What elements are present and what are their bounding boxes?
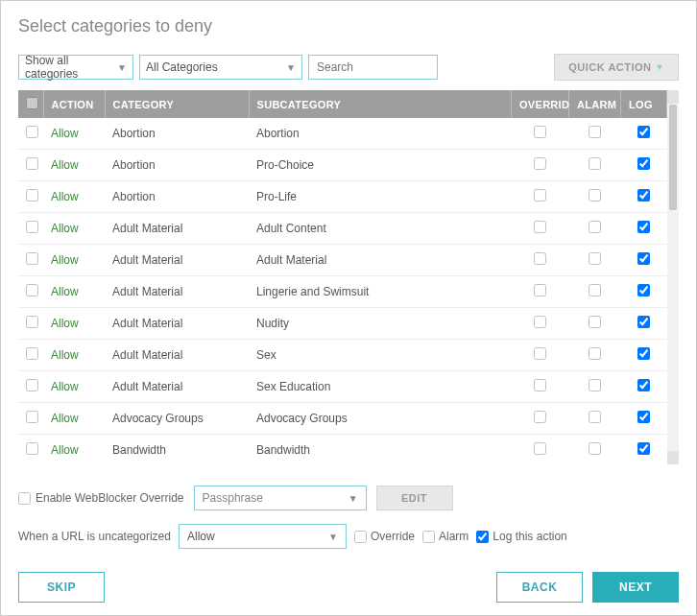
row-override-checkbox[interactable] [534,284,546,296]
uncat-override-label[interactable]: Override [354,530,415,543]
table-scroll[interactable]: ACTION CATEGORY SUBCATEGORY OVERRID ALAR… [18,90,667,464]
search-input[interactable] [308,55,438,80]
edit-button[interactable]: EDIT [376,486,453,510]
col-category: CATEGORY [105,90,249,118]
row-alarm-checkbox[interactable] [589,316,601,328]
row-override-checkbox[interactable] [534,442,546,455]
quick-action-button[interactable]: QUICK ACTION ▼ [554,54,679,81]
uncat-alarm-checkbox[interactable] [422,531,435,543]
uncat-override-checkbox[interactable] [354,531,367,543]
row-override-checkbox[interactable] [534,221,546,233]
row-override-checkbox[interactable] [534,411,546,423]
row-log-checkbox[interactable] [637,157,650,170]
row-alarm-checkbox[interactable] [589,411,601,423]
uncat-action-select[interactable]: Allow ▼ [179,524,347,549]
select-all-checkbox[interactable] [26,97,38,109]
row-select-checkbox[interactable] [26,347,38,360]
override-type-select[interactable]: Passphrase ▼ [194,486,367,510]
chevron-down-icon: ▼ [348,493,358,504]
row-action[interactable]: Allow [43,213,105,245]
row-log-checkbox[interactable] [637,347,650,360]
row-log-checkbox[interactable] [637,411,650,423]
uncat-log-checkbox[interactable] [476,531,489,543]
row-alarm-checkbox[interactable] [589,284,601,296]
row-alarm-checkbox[interactable] [589,442,601,455]
row-alarm-checkbox[interactable] [589,221,601,233]
row-alarm-checkbox[interactable] [589,126,601,138]
row-action[interactable]: Allow [43,403,105,435]
back-button[interactable]: BACK [496,572,583,603]
row-override-checkbox[interactable] [534,252,546,265]
row-override-checkbox[interactable] [534,316,546,328]
row-override-checkbox[interactable] [534,189,546,201]
categories-table: ACTION CATEGORY SUBCATEGORY OVERRID ALAR… [18,90,667,464]
chevron-down-icon: ▼ [286,62,296,73]
row-subcategory: Pro-Choice [249,150,512,181]
row-category: Bandwidth [105,435,249,465]
row-subcategory: Abortion [249,118,512,150]
row-log-checkbox[interactable] [637,252,650,265]
row-category: Adult Material [105,340,249,371]
row-log-checkbox[interactable] [637,284,650,296]
row-select-checkbox[interactable] [26,221,38,233]
uncategorized-row: When a URL is uncategorized Allow ▼ Over… [18,524,679,549]
row-select-checkbox[interactable] [26,157,38,170]
row-action[interactable]: Allow [43,181,105,213]
all-categories-select[interactable]: All Categories ▼ [139,55,302,80]
row-select-checkbox[interactable] [26,379,38,391]
row-select-checkbox[interactable] [26,252,38,265]
row-subcategory: Adult Material [249,245,512,276]
row-log-checkbox[interactable] [637,379,650,391]
scrollbar[interactable] [667,90,679,464]
row-select-checkbox[interactable] [26,442,38,455]
row-override-checkbox[interactable] [534,126,546,138]
row-log-checkbox[interactable] [637,126,650,138]
row-override-checkbox[interactable] [534,157,546,170]
row-category: Adult Material [105,245,249,276]
row-log-checkbox[interactable] [637,189,650,201]
row-log-checkbox[interactable] [637,442,650,455]
skip-button[interactable]: SKIP [18,572,105,603]
row-action[interactable]: Allow [43,118,105,150]
row-log-checkbox[interactable] [637,316,650,328]
table-row: AllowAbortionPro-Life [18,181,667,213]
table-row: AllowAdult MaterialAdult Material [18,245,667,276]
row-alarm-checkbox[interactable] [589,189,601,201]
row-action[interactable]: Allow [43,245,105,276]
row-override-checkbox[interactable] [534,379,546,391]
next-button[interactable]: NEXT [592,572,679,603]
col-log: LOG [621,90,667,118]
row-alarm-checkbox[interactable] [589,157,601,170]
row-select-checkbox[interactable] [26,189,38,201]
row-alarm-checkbox[interactable] [589,347,601,360]
row-select-checkbox[interactable] [26,411,38,423]
row-action[interactable]: Allow [43,150,105,181]
row-alarm-checkbox[interactable] [589,252,601,265]
row-action[interactable]: Allow [43,340,105,371]
row-select-checkbox[interactable] [26,284,38,296]
select-value: Passphrase [203,491,263,505]
row-category: Adult Material [105,308,249,340]
enable-override-label[interactable]: Enable WebBlocker Override [18,491,184,505]
scrollbar-thumb[interactable] [669,105,677,210]
row-log-checkbox[interactable] [637,221,650,233]
row-override-checkbox[interactable] [534,347,546,360]
row-category: Adult Material [105,371,249,403]
row-select-checkbox[interactable] [26,316,38,328]
row-select-checkbox[interactable] [26,126,38,138]
uncat-log-label[interactable]: Log this action [476,530,566,543]
row-action[interactable]: Allow [43,276,105,308]
enable-override-checkbox[interactable] [18,492,31,505]
row-alarm-checkbox[interactable] [589,379,601,391]
row-action[interactable]: Allow [43,308,105,340]
footer: SKIP BACK NEXT [18,572,679,603]
row-action[interactable]: Allow [43,435,105,465]
table-row: AllowAdult MaterialLingerie and Swimsuit [18,276,667,308]
table-row: AllowAdult MaterialAdult Content [18,213,667,245]
table-header-row: ACTION CATEGORY SUBCATEGORY OVERRID ALAR… [18,90,667,118]
uncat-alarm-label[interactable]: Alarm [422,530,469,543]
row-action[interactable]: Allow [43,371,105,403]
show-categories-select[interactable]: Show all categories ▼ [18,55,133,80]
table-row: AllowAdult MaterialSex Education [18,371,667,403]
override-row: Enable WebBlocker Override Passphrase ▼ … [18,486,679,510]
